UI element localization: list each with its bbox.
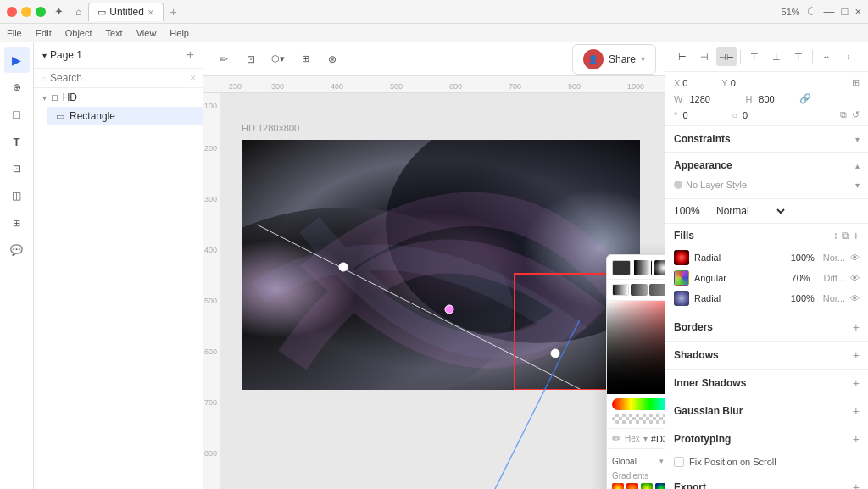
fill-2-color-swatch[interactable]: [674, 270, 689, 286]
global-dropdown-icon[interactable]: ▾: [659, 457, 664, 465]
swatch-gradient-4[interactable]: [655, 483, 665, 489]
minimize-icon[interactable]: —: [824, 5, 835, 18]
dropper-icon[interactable]: ✏: [612, 432, 621, 445]
distribute-h-icon[interactable]: ↔: [816, 47, 837, 66]
prototyping-add-icon[interactable]: +: [853, 432, 860, 446]
swatch-gradient-1[interactable]: [612, 483, 624, 489]
fill-2-opacity[interactable]: 70%: [792, 273, 819, 283]
align-right-icon[interactable]: ⊣⊢: [716, 47, 737, 66]
pencil-tool[interactable]: ✏: [212, 47, 236, 71]
close-button[interactable]: [7, 7, 17, 17]
fill-2-visibility-icon[interactable]: 👁: [850, 273, 860, 283]
boolean-tool[interactable]: ⬡▾: [266, 47, 290, 71]
menu-text[interactable]: Text: [106, 28, 123, 38]
corner-input[interactable]: [743, 110, 776, 120]
fills-sort-icon[interactable]: ↕: [833, 230, 838, 242]
menu-help[interactable]: Help: [170, 28, 189, 38]
canvas-artwork[interactable]: [242, 140, 640, 390]
gaussian-blur-section[interactable]: Gaussian Blur +: [665, 397, 868, 425]
fill-1-visibility-icon[interactable]: 👁: [850, 253, 860, 263]
add-tab-button[interactable]: +: [170, 5, 177, 19]
image-tool[interactable]: ⊡: [4, 156, 30, 181]
hex-input[interactable]: [651, 434, 665, 444]
fullscreen-icon[interactable]: □: [842, 5, 849, 18]
borders-section[interactable]: Borders +: [665, 314, 868, 342]
canvas-drawing-area[interactable]: HD 1280×800: [220, 93, 665, 489]
appearance-header[interactable]: Appearance ▴: [665, 153, 868, 178]
hex-dropdown-icon[interactable]: ▾: [643, 434, 648, 443]
x-input[interactable]: [682, 78, 716, 88]
scale-tool[interactable]: ⊕: [4, 75, 30, 100]
fill-3-color-swatch[interactable]: [674, 291, 689, 306]
fills-copy-icon[interactable]: ⧉: [842, 230, 849, 242]
stop-gray[interactable]: [631, 284, 648, 296]
align-bottom-icon[interactable]: ⊤: [788, 47, 809, 66]
layer-item-hd[interactable]: ▾ □ HD: [34, 88, 203, 107]
fix-position-checkbox[interactable]: [674, 457, 684, 467]
export-add-icon[interactable]: +: [853, 481, 860, 489]
y-input[interactable]: [731, 78, 765, 88]
tab-close-icon[interactable]: ×: [147, 6, 154, 19]
window-close-icon[interactable]: ×: [854, 5, 861, 18]
align-top-icon[interactable]: ⊤: [744, 47, 765, 66]
select-tool[interactable]: ▶: [4, 47, 30, 73]
layer-item-rectangle[interactable]: ▭ Rectangle: [47, 107, 203, 125]
maximize-button[interactable]: [36, 7, 46, 17]
home-icon[interactable]: ⌂: [75, 6, 81, 18]
fill-1-color-swatch[interactable]: [674, 250, 689, 265]
share-button[interactable]: 👤 Share ▾: [572, 44, 656, 75]
swatch-gradient-3[interactable]: [641, 483, 653, 489]
radial-grad-tab[interactable]: [654, 260, 665, 275]
opacity-input[interactable]: [674, 205, 708, 217]
fill-1-opacity[interactable]: 100%: [791, 253, 818, 263]
prototyping-section[interactable]: Prototyping +: [665, 425, 868, 453]
stop-gray2[interactable]: [649, 284, 665, 296]
fills-add-icon[interactable]: +: [853, 229, 860, 242]
rectangle-tool[interactable]: □: [4, 102, 30, 127]
swatch-gradient-2[interactable]: [626, 483, 638, 489]
blend-mode-select[interactable]: Normal Multiply Screen Overlay Darken Li…: [713, 204, 787, 218]
menu-edit[interactable]: Edit: [36, 28, 52, 38]
menu-view[interactable]: View: [136, 28, 157, 38]
h-input[interactable]: [759, 94, 793, 104]
inner-shadows-section[interactable]: Inner Shadows +: [665, 370, 868, 397]
opacity-slider[interactable]: [612, 414, 665, 424]
lock-ratio-icon[interactable]: 🔗: [799, 93, 811, 104]
borders-add-icon[interactable]: +: [853, 320, 860, 334]
moon-icon[interactable]: ☾: [807, 5, 817, 18]
active-tab[interactable]: ▭ Untitled ×: [88, 3, 163, 21]
flip-icon[interactable]: ↺: [852, 109, 860, 120]
comment-tool[interactable]: 💬: [4, 237, 30, 263]
search-close-icon[interactable]: ×: [190, 72, 196, 84]
search-input[interactable]: [50, 72, 190, 84]
distribute-v-icon[interactable]: ↕: [838, 47, 859, 66]
fill-3-opacity[interactable]: 100%: [791, 293, 818, 303]
stop-bw[interactable]: [612, 284, 629, 296]
menu-file[interactable]: File: [7, 28, 22, 38]
export-section[interactable]: Export +: [665, 474, 868, 489]
add-page-button[interactable]: +: [186, 47, 194, 63]
color-spectrum-area[interactable]: [607, 301, 665, 394]
gaussian-blur-add-icon[interactable]: +: [853, 404, 860, 418]
align-left-icon[interactable]: ⊢: [672, 47, 693, 66]
align-center-h-icon[interactable]: ⊣: [694, 47, 715, 66]
menu-object[interactable]: Object: [65, 28, 92, 38]
shadows-section[interactable]: Shadows +: [665, 342, 868, 370]
component-tool[interactable]: ⊞: [4, 210, 30, 236]
corner-options-icon[interactable]: ⧉: [840, 109, 847, 120]
fill-3-visibility-icon[interactable]: 👁: [850, 293, 860, 303]
hue-slider[interactable]: [612, 398, 665, 410]
minimize-button[interactable]: [21, 7, 31, 17]
component-link-tool[interactable]: ⊛: [320, 47, 344, 71]
grid-view-tool[interactable]: ⊞: [293, 47, 317, 71]
angle-input[interactable]: [682, 110, 716, 120]
align-middle-icon[interactable]: ⊥: [766, 47, 787, 66]
linear-grad-tab[interactable]: [633, 260, 652, 275]
shadows-add-icon[interactable]: +: [853, 348, 860, 362]
position-link-icon[interactable]: ⊞: [852, 77, 860, 88]
solid-tab[interactable]: [612, 260, 631, 275]
mask-tool[interactable]: ◫: [4, 183, 30, 208]
constraints-header[interactable]: Constraints ▾: [665, 126, 868, 152]
w-input[interactable]: [689, 94, 732, 104]
text-tool[interactable]: T: [4, 129, 30, 154]
